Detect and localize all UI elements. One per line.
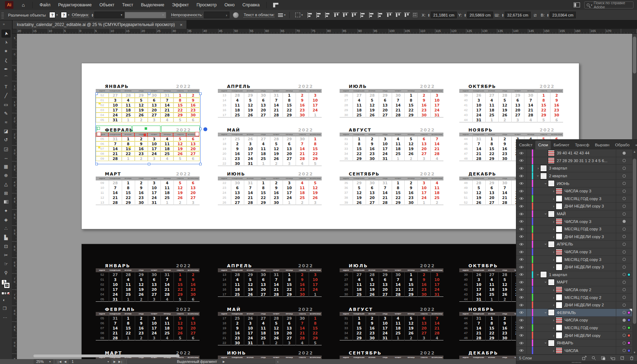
date-cell[interactable]: 23	[366, 331, 379, 336]
date-cell[interactable]: 16	[135, 146, 148, 151]
date-cell[interactable]: 5	[404, 316, 417, 321]
week-number-cell[interactable]: 16	[218, 108, 231, 113]
date-cell[interactable]: 25	[231, 113, 244, 117]
month-name[interactable]: ИЮНЬ	[227, 171, 245, 177]
expand-arrow-icon[interactable]: ›	[536, 273, 540, 277]
date-cell[interactable]: 3	[148, 336, 161, 340]
date-cell[interactable]: 19	[244, 108, 257, 113]
date-cell[interactable]: 16	[231, 151, 244, 156]
week-number-cell[interactable]: 18	[218, 321, 231, 326]
date-cell[interactable]: 31	[109, 316, 122, 321]
date-cell[interactable]: 31	[160, 93, 174, 98]
date-cell[interactable]: 22	[122, 331, 135, 336]
date-cell[interactable]: 18	[392, 146, 405, 151]
date-cell[interactable]: 3	[309, 93, 322, 98]
date-cell[interactable]: 11	[160, 185, 174, 190]
date-cell[interactable]: 26	[174, 151, 187, 156]
layers-row[interactable]: ›ЧИСЛА copy 3	[516, 218, 632, 225]
date-cell[interactable]: 11	[257, 146, 270, 151]
date-cell[interactable]: 16	[498, 326, 511, 331]
layer-name[interactable]: 2 квартал	[549, 174, 567, 178]
lock-toggle[interactable]	[527, 218, 532, 225]
date-cell[interactable]: 7	[392, 277, 405, 282]
date-cell[interactable]: 3	[148, 180, 161, 185]
date-cell[interactable]: 22	[122, 151, 135, 156]
target-circle-icon[interactable]	[623, 197, 626, 200]
date-cell[interactable]: 8	[122, 141, 135, 146]
month-name[interactable]: СЕНТЯБРЬ	[349, 171, 379, 177]
week-number-cell[interactable]: 20	[218, 151, 231, 156]
layers-row[interactable]: ›2 квартал	[516, 172, 632, 180]
target-circle-icon[interactable]	[623, 243, 626, 246]
date-cell[interactable]: 2	[174, 200, 187, 205]
date-cell[interactable]: 17	[109, 287, 122, 292]
date-cell[interactable]: 27	[187, 331, 200, 336]
date-cell[interactable]: 6	[187, 336, 200, 340]
layer-thumbnail[interactable]	[548, 150, 555, 157]
color-swatch[interactable]	[1, 292, 4, 295]
date-cell[interactable]: 2	[366, 136, 379, 141]
date-cell[interactable]: 2	[498, 316, 511, 321]
locate-object-icon[interactable]	[591, 356, 596, 360]
date-cell[interactable]: 21	[270, 108, 283, 113]
document-tab[interactable]: kvartalny_calendar_2022_editable.ai @ 25…	[13, 20, 187, 29]
date-cell[interactable]: 22	[485, 151, 498, 156]
date-cell[interactable]: 12	[135, 103, 148, 108]
week-number-cell[interactable]: 05	[96, 136, 109, 141]
week-number-cell[interactable]: 35	[340, 156, 353, 161]
date-cell[interactable]: 1	[485, 297, 498, 302]
date-cell[interactable]: 5	[472, 185, 485, 190]
date-cell[interactable]: 21	[472, 151, 485, 156]
scroll-up-icon[interactable]: ▲	[633, 150, 636, 153]
date-cell[interactable]: 31	[472, 117, 485, 122]
date-cell[interactable]: 19	[498, 287, 511, 292]
stroke-color-swatch[interactable]: ?	[61, 12, 67, 18]
date-cell[interactable]: 2	[404, 336, 417, 340]
date-cell[interactable]: 5	[174, 336, 187, 340]
date-cell[interactable]: 15	[537, 103, 550, 108]
selection-handle[interactable]	[199, 163, 202, 165]
layer-thumbnail[interactable]	[548, 157, 555, 164]
date-cell[interactable]: 19	[366, 287, 379, 292]
date-cell[interactable]: 13	[366, 190, 379, 195]
week-number-cell[interactable]: 13	[96, 200, 109, 205]
date-cell[interactable]: 11	[353, 103, 366, 108]
date-cell[interactable]: 5	[498, 98, 511, 103]
date-cell[interactable]: 28	[366, 93, 379, 98]
week-number-cell[interactable]: 41	[459, 282, 472, 287]
date-cell[interactable]: 18	[231, 108, 244, 113]
visibility-eye-icon[interactable]	[516, 180, 527, 187]
date-cell[interactable]: 22	[392, 195, 405, 200]
expand-arrow-icon[interactable]: ›	[551, 326, 556, 330]
date-cell[interactable]: 5	[174, 297, 187, 302]
date-cell[interactable]: 7	[270, 98, 283, 103]
date-cell[interactable]: 31	[472, 297, 485, 302]
week-number-cell[interactable]: 47	[459, 331, 472, 336]
expand-arrow-icon[interactable]: ›	[536, 166, 540, 170]
date-cell[interactable]: 13	[231, 190, 244, 195]
expand-arrow-icon[interactable]: ›	[544, 280, 548, 284]
date-cell[interactable]: 1	[392, 156, 405, 161]
month-year[interactable]: 2022	[298, 84, 313, 89]
date-cell[interactable]: 6	[257, 98, 270, 103]
lock-toggle[interactable]	[527, 195, 532, 203]
visibility-eye-icon[interactable]	[516, 210, 527, 218]
date-cell[interactable]: 26	[174, 331, 187, 336]
y-stepper[interactable]: ▲▼	[464, 13, 466, 17]
paintbrush-tool-icon[interactable]: ✎	[1, 109, 11, 117]
date-cell[interactable]: 28	[472, 180, 485, 185]
date-cell[interactable]: 1	[485, 117, 498, 122]
panel-tab-выравн[interactable]: Выравн	[592, 141, 612, 149]
align-icon[interactable]	[307, 12, 313, 18]
date-cell[interactable]: 10	[244, 146, 257, 151]
date-cell[interactable]: 28	[366, 272, 379, 277]
date-cell[interactable]: 26	[498, 292, 511, 297]
date-cell[interactable]: 29	[353, 156, 366, 161]
date-cell[interactable]: 28	[472, 336, 485, 340]
date-cell[interactable]: 20	[257, 287, 270, 292]
expand-arrow-icon[interactable]: ›	[551, 204, 556, 208]
date-cell[interactable]: 7	[244, 185, 257, 190]
visibility-eye-icon[interactable]	[516, 286, 527, 294]
anchor-point[interactable]	[98, 146, 100, 148]
date-cell[interactable]: 13	[283, 326, 296, 331]
